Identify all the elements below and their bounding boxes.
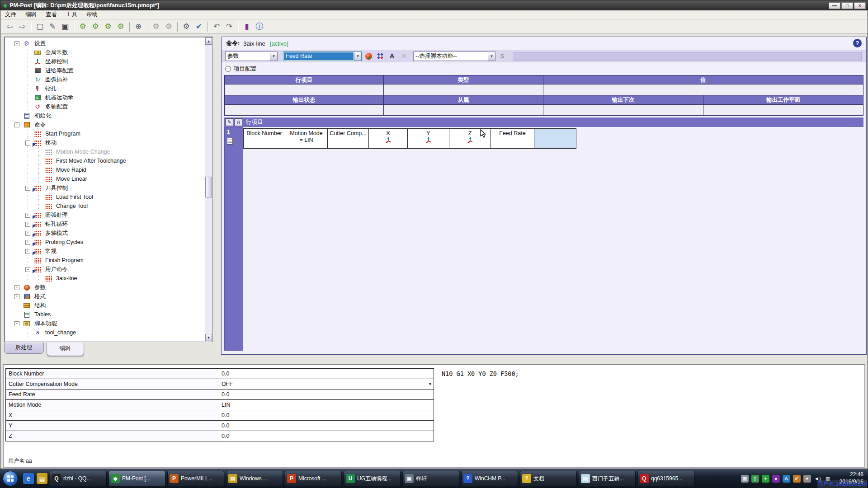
- maximize-button[interactable]: □: [841, 2, 853, 9]
- antivirus-icon[interactable]: ●: [772, 475, 780, 483]
- insert-parameter-icon[interactable]: [363, 51, 373, 61]
- collapse-icon[interactable]: −: [25, 141, 30, 145]
- redo-icon[interactable]: ↷: [223, 21, 235, 33]
- property-value[interactable]: LIN: [219, 400, 434, 410]
- expand-icon[interactable]: +: [25, 240, 30, 245]
- tree-item-多轴模式[interactable]: +多轴模式: [5, 229, 204, 238]
- menu-item-文件[interactable]: 文件: [0, 10, 21, 19]
- collapse-icon[interactable]: −: [25, 267, 30, 272]
- tree-item-脚本功能[interactable]: −⚙脚本功能: [5, 319, 204, 328]
- keyboard-icon[interactable]: ▦: [741, 475, 749, 483]
- property-value[interactable]: OFF▼: [219, 379, 434, 389]
- taskbar-button-UG五轴编程-[interactable]: UUG五轴编程...: [344, 471, 401, 486]
- compare-icon[interactable]: ⚙: [150, 21, 162, 33]
- insert-text-icon[interactable]: A: [387, 51, 397, 61]
- taskbar-button-西门子五轴-[interactable]: ▤西门子五轴...: [579, 471, 636, 486]
- taskbar-button-qq6315965-[interactable]: Qqq6315965...: [637, 471, 694, 486]
- collapse-icon[interactable]: −: [14, 321, 19, 326]
- open-file-icon[interactable]: ✎: [47, 21, 58, 33]
- insert-script-icon[interactable]: S: [497, 51, 507, 61]
- tree-item-圆弧处理[interactable]: +圆弧处理: [5, 211, 204, 220]
- merge-icon[interactable]: ⚙: [163, 21, 175, 33]
- scroll-down-icon[interactable]: ▼: [205, 334, 212, 341]
- chevron-down-icon[interactable]: ▼: [428, 382, 432, 386]
- tree-item-常规[interactable]: +常规: [5, 247, 204, 256]
- tree-scrollbar[interactable]: ▲ ▼: [205, 38, 212, 341]
- taskbar-button-PowerMILL-[interactable]: PPowerMILL...: [167, 471, 224, 486]
- tree-item-命令[interactable]: −命令: [5, 120, 204, 129]
- run-post-icon[interactable]: ⚙: [77, 21, 89, 33]
- collapse-icon[interactable]: −: [14, 41, 19, 46]
- tree-item-Change-Tool[interactable]: Change Tool: [5, 202, 204, 211]
- about-icon[interactable]: ⓘ: [254, 21, 265, 33]
- safely-remove-icon[interactable]: +: [762, 475, 769, 483]
- row-cell-selected[interactable]: [534, 128, 576, 149]
- new-file-icon[interactable]: ▢: [34, 21, 46, 33]
- expand-icon[interactable]: +: [25, 249, 30, 254]
- saveas-option-icon[interactable]: ⚙: [115, 21, 127, 33]
- menu-item-工具[interactable]: 工具: [61, 10, 82, 19]
- save-icon[interactable]: ▣: [59, 21, 71, 33]
- row-cell-Cutter-Comp-[interactable]: Cutter Comp...: [328, 128, 369, 149]
- menu-item-编辑[interactable]: 编辑: [21, 10, 41, 19]
- tree-item-tool_change[interactable]: Stool_change: [5, 328, 204, 337]
- property-value[interactable]: 0.0: [219, 389, 434, 399]
- edit-row-icon[interactable]: [227, 138, 233, 145]
- property-value[interactable]: 0.0: [219, 369, 434, 379]
- tree-item-First-Move-After-Toolchange[interactable]: First Move After Toolchange: [5, 156, 204, 165]
- chevron-down-icon[interactable]: ▼: [488, 52, 495, 61]
- expand-icon[interactable]: +: [25, 213, 30, 218]
- help-icon[interactable]: ?: [853, 39, 862, 47]
- tree-item-结构[interactable]: 结构: [5, 301, 204, 310]
- input-method-icon[interactable]: A: [783, 475, 790, 483]
- expand-icon[interactable]: +: [14, 294, 19, 299]
- tree-item-刀具控制[interactable]: −刀具控制: [5, 183, 204, 192]
- add-option-icon[interactable]: ⊕: [132, 21, 144, 33]
- start-button[interactable]: [3, 471, 18, 486]
- save-option-icon[interactable]: ⚙: [102, 21, 114, 33]
- script-function-combo[interactable]: --选择脚本功能-- ▼: [413, 52, 495, 61]
- row-cell-Motion-Mode[interactable]: Motion Mode= LIN: [285, 128, 328, 149]
- usb-icon[interactable]: ▯: [751, 475, 759, 483]
- property-value[interactable]: 0.0: [219, 431, 434, 441]
- quick-launch-browser-icon[interactable]: e: [23, 473, 34, 484]
- parameter-combo[interactable]: Feed Rate ▼: [283, 52, 362, 61]
- tree-item-格式[interactable]: +格式: [5, 292, 204, 301]
- scroll-thumb[interactable]: [205, 177, 212, 197]
- row-cell-Feed-Rate[interactable]: Feed Rate: [491, 128, 534, 149]
- tree-item-初始化[interactable]: 初始化: [5, 111, 204, 120]
- taskbar-button-Windows-[interactable]: ▤Windows ...: [226, 471, 283, 486]
- taskbar-button-rizhi---QQ-[interactable]: Qrizhi - QQ...: [50, 471, 107, 486]
- scroll-up-icon[interactable]: ▲: [205, 38, 212, 45]
- tree-item-设置[interactable]: −⚙设置: [5, 39, 204, 48]
- tree-item-钻孔循环[interactable]: +钻孔循环: [5, 220, 204, 229]
- tree-item-Load-First-Tool[interactable]: Load First Tool: [5, 192, 204, 202]
- verify-icon[interactable]: ✔: [193, 21, 205, 33]
- tree-item-3aix-line[interactable]: 3aix-line: [5, 274, 204, 283]
- expand-icon[interactable]: +: [25, 222, 30, 227]
- chevron-down-icon[interactable]: ▼: [270, 52, 277, 61]
- link-items-icon[interactable]: 8: [235, 118, 242, 126]
- insert-block-icon[interactable]: [375, 51, 385, 61]
- tree-item-坐标控制[interactable]: 坐标控制: [5, 57, 204, 66]
- menu-item-查看[interactable]: 查看: [41, 10, 61, 19]
- docs-icon[interactable]: ▮: [241, 21, 253, 33]
- menu-item-帮助[interactable]: 帮助: [82, 10, 102, 19]
- tools-icon[interactable]: ⚙: [180, 21, 192, 33]
- tree-item-进给率配置[interactable]: 进给率配置: [5, 66, 204, 75]
- collapse-icon[interactable]: −: [25, 186, 30, 191]
- tree-item-Finish-Program[interactable]: Finish Program: [5, 256, 204, 265]
- property-value[interactable]: 0.0: [219, 421, 434, 431]
- tree-item-Motion-Mode-Change[interactable]: Motion Mode Change: [5, 147, 204, 156]
- row-cell-Block-Number[interactable]: Block Number: [243, 128, 285, 149]
- taskbar-button-PM-Post-[interactable]: ◆PM-Post [...: [108, 471, 165, 486]
- forward-icon[interactable]: ⇨: [16, 21, 28, 33]
- tree-item-移动[interactable]: −移动: [5, 138, 204, 147]
- tree-item-Probing-Cycles[interactable]: +Probing Cycles: [5, 238, 204, 247]
- tree-item-用户命令[interactable]: −用户命令: [5, 265, 204, 274]
- batch-post-icon[interactable]: ⚙: [90, 21, 101, 33]
- row-cell-Y[interactable]: Y: [408, 128, 449, 149]
- tree-item-钻孔[interactable]: ▼钻孔: [5, 84, 204, 93]
- row-cell-X[interactable]: X: [369, 128, 408, 149]
- tree-item-参数[interactable]: +参数: [5, 283, 204, 292]
